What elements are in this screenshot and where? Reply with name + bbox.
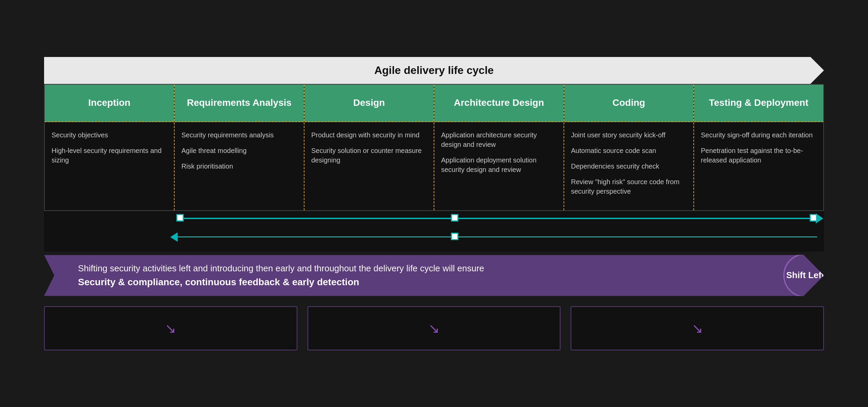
arrow-dot-top-left (176, 214, 184, 221)
phase-header-text-architecture-design: Architecture Design (454, 97, 544, 109)
phase-body-coding: Joint user story security kick-offAutoma… (564, 122, 693, 210)
phase-body-inception: Security objectivesHigh-level security r… (45, 122, 174, 210)
agile-banner: Agile delivery life cycle (44, 57, 824, 84)
phase-header-design: Design (304, 85, 434, 122)
phase-item: Risk prioritisation (181, 161, 297, 171)
phase-header-text-coding: Coding (612, 97, 645, 109)
bottom-box-1: ↘ (308, 306, 561, 350)
phase-col-requirements-analysis: Requirements AnalysisSecurity requiremen… (175, 85, 304, 210)
phases-container: InceptionSecurity objectivesHigh-level s… (44, 84, 824, 211)
shift-left-circle: Shift Left (783, 253, 827, 297)
phase-item: Dependencies security check (571, 161, 687, 171)
arrow-dot-top-mid (451, 214, 458, 221)
phase-item: Security sign-off during each iteration (701, 130, 816, 140)
phase-header-text-testing-deployment: Testing & Deployment (709, 97, 809, 109)
phase-item: Penetration test against the to-be-relea… (701, 146, 816, 165)
phase-header-requirements-analysis: Requirements Analysis (175, 85, 304, 122)
bottom-box-2: ↘ (571, 306, 824, 350)
arrows-section (44, 211, 824, 252)
trend-down-icon: ↘ (165, 321, 176, 336)
phase-col-design: DesignProduct design with security in mi… (304, 85, 434, 210)
phase-body-architecture-design: Application architecture security design… (434, 122, 564, 210)
phase-body-testing-deployment: Security sign-off during each iterationP… (694, 122, 823, 210)
shift-left-banner: Shifting security activities left and in… (44, 255, 824, 296)
phase-header-architecture-design: Architecture Design (434, 85, 564, 122)
trend-down-icon: ↘ (692, 321, 703, 336)
forward-arrow-line (176, 218, 817, 219)
phase-col-inception: InceptionSecurity objectivesHigh-level s… (45, 85, 175, 210)
arrow-dot-top-right (810, 214, 817, 221)
phase-col-coding: CodingJoint user story security kick-off… (564, 85, 694, 210)
phase-item: High-level security requirements and siz… (52, 146, 167, 165)
phase-item: Joint user story security kick-off (571, 130, 687, 140)
phase-item: Product design with security in mind (311, 130, 427, 140)
return-arrow-line (176, 236, 817, 237)
phase-item: Application architecture security design… (441, 130, 557, 149)
phase-header-text-design: Design (353, 97, 385, 109)
phase-header-text-requirements-analysis: Requirements Analysis (187, 97, 292, 109)
bottom-boxes: ↘↘↘ (44, 306, 824, 350)
phase-col-architecture-design: Architecture DesignApplication architect… (434, 85, 564, 210)
arrow-dot-bot-mid (451, 233, 458, 240)
phase-item: Review "high risk" source code from secu… (571, 177, 687, 196)
phase-header-coding: Coding (564, 85, 693, 122)
phase-header-testing-deployment: Testing & Deployment (694, 85, 823, 122)
phase-item: Agile threat modelling (181, 146, 297, 155)
phase-item: Security requirements analysis (181, 130, 297, 140)
trend-down-icon: ↘ (428, 321, 440, 336)
phase-item: Security objectives (52, 130, 167, 140)
phase-item: Application deployment solution security… (441, 155, 557, 174)
phase-col-testing-deployment: Testing & DeploymentSecurity sign-off du… (694, 85, 823, 210)
phase-header-inception: Inception (45, 85, 174, 122)
shift-left-text: Shifting security activities left and in… (44, 255, 824, 296)
main-container: Agile delivery life cycle InceptionSecur… (44, 37, 824, 371)
phase-body-requirements-analysis: Security requirements analysisAgile thre… (175, 122, 304, 210)
phase-header-text-inception: Inception (88, 97, 130, 109)
phase-item: Security solution or counter measure des… (311, 146, 427, 165)
agile-banner-title: Agile delivery life cycle (374, 64, 494, 77)
phase-item: Automatic source code scan (571, 146, 687, 155)
phase-body-design: Product design with security in mindSecu… (304, 122, 434, 210)
bottom-box-0: ↘ (44, 306, 297, 350)
